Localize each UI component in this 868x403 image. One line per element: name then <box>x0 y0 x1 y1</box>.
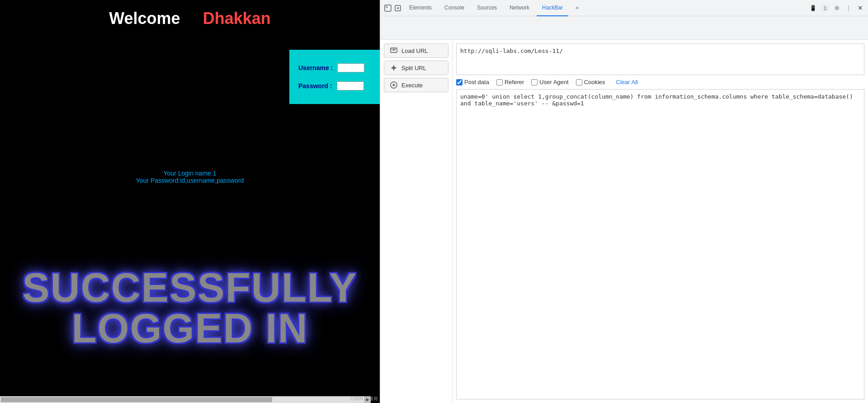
hackbar-top-bar <box>380 16 868 40</box>
username-input[interactable] <box>337 63 364 72</box>
tab-sources[interactable]: Sources <box>472 0 502 16</box>
referer-checkbox[interactable] <box>496 79 503 85</box>
password-label: Password : <box>298 82 332 90</box>
post-data-checkbox[interactable] <box>456 79 462 85</box>
tab-network[interactable]: Network <box>504 0 535 16</box>
user-agent-checkbox-item[interactable]: User Agent <box>531 79 568 85</box>
user-agent-label: User Agent <box>539 79 568 85</box>
svg-rect-5 <box>393 49 396 50</box>
user-agent-checkbox[interactable] <box>531 79 538 85</box>
password-row: Password : <box>298 81 371 90</box>
tab-badge: 1 <box>821 5 829 12</box>
load-url-icon <box>390 47 398 55</box>
elements-inspector-icon[interactable] <box>394 4 402 12</box>
execute-label: Execute <box>401 82 423 89</box>
split-url-icon <box>390 64 398 72</box>
success-line2: LOGGED IN <box>0 308 380 349</box>
options-row: Post data Referer User Agent Cookie <box>456 79 864 85</box>
username-label: Username : <box>298 64 333 71</box>
horizontal-scrollbar[interactable]: ▶ <box>0 396 371 403</box>
more-options-icon[interactable]: ⋮ <box>844 4 853 12</box>
scrollbar-thumb[interactable] <box>1 397 272 402</box>
login-name-result: Your Login name:1 <box>0 170 380 177</box>
post-data-label: Post data <box>464 79 489 85</box>
post-data-checkbox-item[interactable]: Post data <box>456 79 489 85</box>
success-line1: SUCCESSFULLY <box>0 267 380 308</box>
hackbar-body: Load URL Split URL <box>380 40 868 403</box>
svg-marker-9 <box>393 84 396 86</box>
username-display: Dhakkan <box>203 9 271 28</box>
hackbar-buttons-column: Load URL Split URL <box>380 40 453 403</box>
devtools-panel: Elements Console Sources Network HackBar… <box>380 0 868 403</box>
split-url-label: Split URL <box>401 65 426 71</box>
success-banner: SUCCESSFULLY LOGGED IN <box>0 267 380 349</box>
csdn-watermark: CSDN @该哥 <box>349 395 380 403</box>
svg-point-4 <box>392 49 392 50</box>
hackbar-content: Load URL Split URL <box>380 16 868 403</box>
referer-label: Referer <box>505 79 524 85</box>
welcome-label: Welcome <box>109 9 180 28</box>
url-input[interactable]: http://sqli-labs.com/Less-11/ <box>456 43 864 75</box>
post-data-input[interactable]: uname=0' union select 1,group_concat(col… <box>456 89 864 399</box>
cursor-icon[interactable] <box>384 4 392 12</box>
devtools-header: Elements Console Sources Network HackBar… <box>380 0 868 16</box>
password-result: Your Password:id,username,password <box>0 177 380 184</box>
username-row: Username : <box>298 63 371 72</box>
svg-rect-1 <box>386 6 387 8</box>
split-url-button[interactable]: Split URL <box>384 61 448 75</box>
execute-button[interactable]: Execute <box>384 78 448 92</box>
tab-hackbar[interactable]: HackBar <box>537 0 568 16</box>
cookies-checkbox-item[interactable]: Cookies <box>576 79 605 85</box>
svg-rect-6 <box>393 50 395 51</box>
cookies-checkbox[interactable] <box>576 79 582 85</box>
hackbar-right-area: http://sqli-labs.com/Less-11/ Post data … <box>453 40 868 403</box>
tab-console[interactable]: Console <box>439 0 470 16</box>
welcome-heading: Welcome Dhakkan <box>0 9 380 28</box>
password-input[interactable] <box>337 81 364 90</box>
load-url-label: Load URL <box>401 47 428 54</box>
devtools-actions: 📱 1 ⚙ ⋮ × <box>809 4 864 12</box>
execute-icon <box>390 81 398 89</box>
cookies-label: Cookies <box>584 79 605 85</box>
device-toolbar-icon[interactable]: 📱 <box>809 4 817 12</box>
login-form-area: Username : Password : <box>289 50 380 104</box>
load-url-button[interactable]: Load URL <box>384 43 448 58</box>
tab-elements[interactable]: Elements <box>404 0 437 16</box>
close-devtools-button[interactable]: × <box>856 4 864 12</box>
clear-all-button[interactable]: Clear All <box>616 79 638 85</box>
tab-more[interactable]: » <box>570 0 584 16</box>
referer-checkbox-item[interactable]: Referer <box>496 79 524 85</box>
result-area: Your Login name:1 Your Password:id,usern… <box>0 170 380 184</box>
settings-icon[interactable]: ⚙ <box>833 4 841 12</box>
svg-rect-0 <box>385 5 391 11</box>
webpage-panel: Welcome Dhakkan Username : Password : Yo… <box>0 0 380 403</box>
